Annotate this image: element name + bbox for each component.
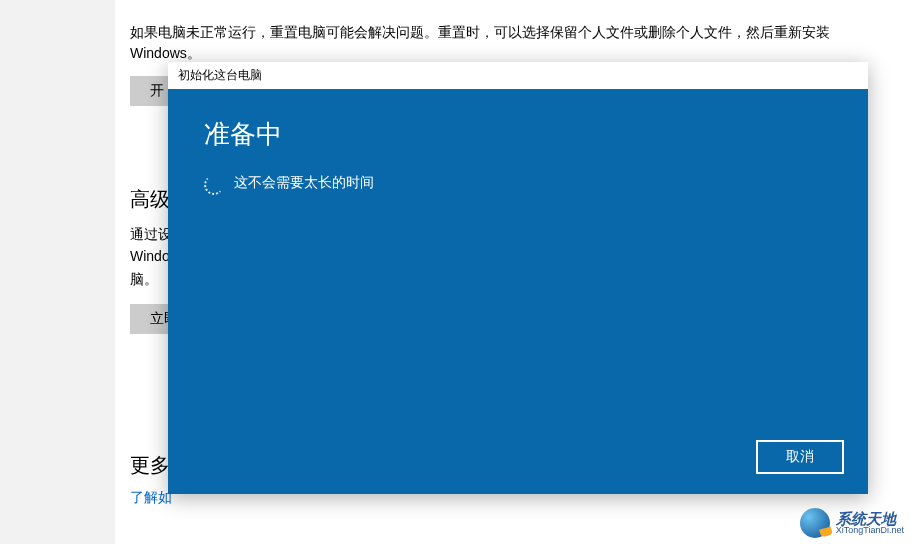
dialog-heading: 准备中: [204, 117, 832, 152]
cancel-button[interactable]: 取消: [756, 440, 844, 474]
loading-spinner-icon: [204, 175, 220, 191]
globe-icon: [800, 508, 830, 538]
reset-description: 如果电脑未正常运行，重置电脑可能会解决问题。重置时，可以选择保留个人文件或删除个…: [130, 22, 890, 64]
watermark-main: 系统天地: [836, 511, 904, 526]
dialog-body: 准备中 这不会需要太长的时间 取消: [168, 89, 868, 494]
watermark-text: 系统天地 XiTongTianDi.net: [836, 511, 904, 535]
dialog-status-row: 这不会需要太长的时间: [204, 174, 832, 192]
dialog-titlebar: 初始化这台电脑: [168, 62, 868, 89]
watermark: 系统天地 XiTongTianDi.net: [800, 508, 904, 538]
dialog-footer: 取消: [756, 440, 844, 474]
reset-pc-dialog: 初始化这台电脑 准备中 这不会需要太长的时间 取消: [168, 62, 868, 494]
settings-sidebar: [0, 0, 115, 544]
dialog-status-text: 这不会需要太长的时间: [234, 174, 374, 192]
watermark-sub: XiTongTianDi.net: [836, 526, 904, 535]
